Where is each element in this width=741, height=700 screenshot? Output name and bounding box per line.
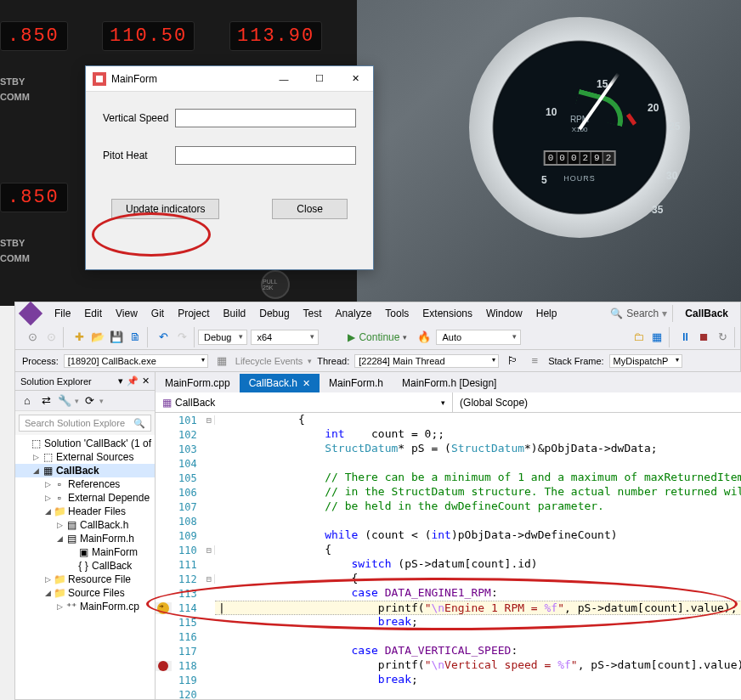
file-tab[interactable]: MainForm.cpp: [156, 374, 240, 392]
nav-fwd-button[interactable]: ⊙: [42, 329, 59, 346]
tree-item[interactable]: ▷▫External Depende: [15, 491, 155, 505]
menu-git[interactable]: Git: [144, 305, 171, 322]
stack-dropdown[interactable]: MyDispatchP: [609, 354, 683, 368]
menu-help[interactable]: Help: [529, 305, 564, 322]
stack-icon[interactable]: ≡: [526, 353, 543, 370]
pin-icon[interactable]: 📌: [127, 375, 139, 387]
label-stby-1: STBY: [0, 76, 25, 87]
menu-file[interactable]: File: [48, 305, 77, 322]
tree-item[interactable]: ◢📁Source Files: [15, 586, 155, 600]
flag-icon[interactable]: 🏳: [504, 353, 521, 370]
process-dropdown[interactable]: [18920] CallBack.exe: [64, 354, 208, 368]
process-label: Process:: [22, 356, 59, 366]
tree-item[interactable]: ▷⁺⁺MainForm.cp: [15, 600, 155, 613]
tree-item[interactable]: ◢▤MainForm.h: [15, 532, 155, 545]
vs-search[interactable]: 🔍Search▾: [610, 308, 667, 319]
stop-button[interactable]: ⏹: [695, 329, 712, 346]
lifecycle-icon[interactable]: ▦: [213, 353, 230, 370]
continue-button[interactable]: ▶Continue▾: [342, 330, 412, 345]
tree-item[interactable]: ▣MainForm: [15, 545, 155, 559]
menu-test[interactable]: Test: [297, 305, 329, 322]
hot-reload-button[interactable]: 🔥: [416, 329, 433, 346]
vs-toolbar: ⊙ ⊙ ✚ 📂 💾 🗎 ↶ ↷ Debug x64 ▶Continue▾ 🔥 A…: [15, 325, 740, 350]
platform-dropdown[interactable]: x64: [251, 330, 319, 345]
menu-edit[interactable]: Edit: [77, 305, 109, 322]
mainform-titlebar[interactable]: MainForm — ☐ ✕: [86, 66, 373, 92]
vspeed-label: Vertical Speed: [103, 112, 175, 124]
save-all-button[interactable]: 🗎: [127, 329, 144, 346]
tree-item[interactable]: ▷📁Resource File: [15, 573, 155, 586]
pull-25k-button[interactable]: PULL 25K: [261, 270, 290, 299]
nav-project-dropdown[interactable]: ▦CallBack▾: [156, 392, 453, 412]
maximize-button[interactable]: ☐: [302, 66, 337, 91]
open-button[interactable]: 📂: [89, 329, 106, 346]
rpm-gauge: RPMX100 5 10 15 20 25 30 35 000292 HOURS: [469, 17, 690, 238]
undo-button[interactable]: ↶: [155, 329, 172, 346]
redo-button[interactable]: ↷: [173, 329, 190, 346]
tree-item[interactable]: ◢▦CallBack: [15, 464, 155, 477]
tree-item[interactable]: ▷⬚External Sources: [15, 450, 155, 464]
search-icon: 🔍: [610, 308, 623, 319]
tb-icon-1[interactable]: 🗀: [630, 329, 647, 346]
sol-switch-icon[interactable]: ⇄: [37, 392, 54, 409]
tick-35: 35: [652, 204, 663, 216]
tree-item[interactable]: ▷▤CallBack.h: [15, 518, 155, 532]
restart-button[interactable]: ↻: [714, 329, 731, 346]
pitot-input[interactable]: [175, 146, 356, 165]
solution-search[interactable]: Search Solution Explore 🔍: [19, 415, 151, 432]
vs-logo-icon: [19, 302, 42, 325]
tree-item[interactable]: ⬚Solution 'CallBack' (1 of: [15, 437, 155, 450]
close-button[interactable]: Close: [272, 199, 348, 219]
menu-extensions[interactable]: Extensions: [416, 305, 479, 322]
new-file-button[interactable]: ✚: [71, 329, 88, 346]
thread-label: Thread:: [317, 356, 349, 366]
sol-home-icon[interactable]: ⌂: [19, 392, 36, 409]
close-window-button[interactable]: ✕: [337, 66, 373, 91]
menu-project[interactable]: Project: [171, 305, 216, 322]
dropdown-icon[interactable]: ▾: [118, 375, 123, 387]
nav-back-button[interactable]: ⊙: [24, 329, 41, 346]
vspeed-input[interactable]: [175, 109, 356, 127]
tick-10: 10: [546, 106, 557, 118]
menu-debug[interactable]: Debug: [252, 305, 296, 322]
gauge-odometer: 000292: [544, 150, 616, 166]
menu-view[interactable]: View: [109, 305, 144, 322]
menu-build[interactable]: Build: [217, 305, 253, 322]
gauge-redline: [626, 113, 636, 125]
minimize-button[interactable]: —: [266, 66, 302, 91]
file-tab[interactable]: CallBack.h✕: [240, 374, 320, 392]
tb-icon-2[interactable]: ▦: [648, 329, 665, 346]
menu-tools[interactable]: Tools: [378, 305, 416, 322]
thread-dropdown[interactable]: [22284] Main Thread: [354, 354, 499, 368]
lifecycle-label: Lifecycle Events: [235, 356, 303, 366]
tree-item[interactable]: { }CallBack: [15, 559, 155, 573]
close-panel-icon[interactable]: ✕: [142, 375, 150, 387]
play-icon: ▶: [348, 331, 355, 343]
vs-title-callback: CallBack: [672, 305, 740, 322]
config-dropdown[interactable]: Debug: [198, 330, 247, 345]
led-freq-2: 110.50: [102, 21, 195, 51]
nav-scope-dropdown[interactable]: (Global Scope): [453, 392, 741, 412]
tree-item[interactable]: ◢📁Header Files: [15, 505, 155, 518]
file-tab[interactable]: MainForm.h: [320, 374, 393, 392]
menu-window[interactable]: Window: [479, 305, 529, 322]
tree-item[interactable]: ▷▫References: [15, 477, 155, 491]
sol-sync-icon[interactable]: 🔧: [56, 392, 73, 409]
stack-label: Stack Frame:: [548, 356, 603, 366]
update-indicators-button[interactable]: Update indicators: [111, 199, 219, 219]
mainform-title-text: MainForm: [111, 73, 157, 85]
visual-studio-window: FileEditViewGitProjectBuildDebugTestAnal…: [14, 302, 741, 700]
sol-refresh-icon[interactable]: ⟳: [81, 392, 98, 409]
close-tab-icon[interactable]: ✕: [303, 378, 310, 389]
pause-button[interactable]: ⏸: [676, 329, 693, 346]
menu-analyze[interactable]: Analyze: [329, 305, 379, 322]
label-comm-2: COMM: [0, 253, 30, 263]
auto-dropdown[interactable]: Auto: [436, 330, 521, 345]
file-tab[interactable]: MainForm.h [Design]: [393, 374, 506, 392]
nav-bar: ▦CallBack▾ (Global Scope): [156, 392, 741, 413]
save-button[interactable]: 💾: [108, 329, 125, 346]
tick-30: 30: [666, 170, 677, 182]
code-editor[interactable]: 101⊟102103104105106107108109110⊟111112⊟1…: [156, 413, 741, 699]
editor-area: MainForm.cppCallBack.h✕MainForm.hMainFor…: [156, 372, 741, 699]
gauge-hours-label: HOURS: [563, 174, 596, 183]
